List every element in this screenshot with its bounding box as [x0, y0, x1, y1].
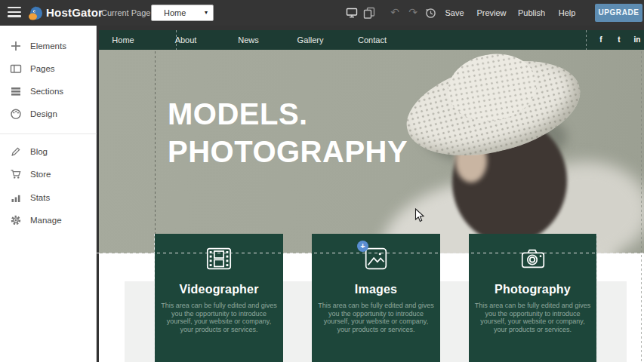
twitter-icon[interactable]: t	[618, 30, 620, 50]
hero-title-line1: MODELS.	[168, 95, 408, 133]
site-nav-news[interactable]: News	[238, 30, 259, 50]
save-button[interactable]: Save	[445, 0, 464, 26]
page-dropdown[interactable]: Home ▾	[151, 5, 214, 21]
sidebar-item-pages[interactable]: Pages	[0, 60, 97, 78]
sidebar-item-manage[interactable]: Manage	[0, 211, 97, 229]
sidebar-item-stats[interactable]: Stats	[0, 189, 97, 207]
sidebar-item-elements[interactable]: Elements	[0, 37, 97, 55]
copy-pages-icon[interactable]	[363, 7, 375, 19]
hostgator-logo-icon	[26, 4, 45, 22]
sidebar-divider	[0, 133, 97, 134]
bar-chart-icon	[10, 192, 22, 204]
sidebar-item-sections[interactable]: Sections	[0, 82, 97, 100]
card-images[interactable]: + Images This area can be fully edited a…	[312, 234, 440, 362]
current-page-label: Current Page:	[101, 0, 153, 26]
history-icon[interactable]	[424, 7, 436, 19]
card-title: Videographer	[155, 283, 283, 296]
facebook-icon[interactable]: f	[599, 30, 602, 50]
linkedin-icon[interactable]: in	[634, 30, 641, 50]
site-nav-about[interactable]: About	[175, 30, 197, 50]
cart-icon	[10, 168, 22, 180]
image-plus-icon: +	[362, 244, 390, 273]
publish-button[interactable]: Publish	[518, 0, 545, 26]
site-nav-gallery[interactable]: Gallery	[297, 30, 324, 50]
plus-icon	[10, 40, 22, 52]
card-description: This area can be fully edited and gives …	[317, 302, 435, 333]
upgrade-button[interactable]: UPGRADE	[595, 4, 642, 22]
page-dropdown-value: Home	[164, 5, 186, 20]
card-description: This area can be fully edited and gives …	[160, 302, 278, 333]
site-nav-home[interactable]: Home	[112, 30, 134, 50]
sidebar-item-store[interactable]: Store	[0, 165, 97, 183]
builder-sidebar: Elements Pages Sections Design Blo	[0, 26, 97, 362]
gear-icon	[10, 214, 22, 226]
sidebar-item-design[interactable]: Design	[0, 105, 97, 123]
hero-title[interactable]: MODELS. PHOTOGRAPHY	[168, 95, 408, 170]
desktop-preview-icon[interactable]	[346, 7, 358, 19]
top-toolbar: HostGator Current Page: Home ▾ ↶ ↷	[0, 0, 644, 26]
site-nav-contact[interactable]: Contact	[358, 30, 387, 50]
hostgator-site-builder: HostGator Current Page: Home ▾ ↶ ↷	[0, 0, 644, 362]
logo-wordmark: HostGator	[46, 0, 103, 26]
hero-section: MODELS. PHOTOGRAPHY	[99, 50, 644, 253]
preview-button[interactable]: Preview	[476, 0, 506, 26]
film-strip-icon	[205, 244, 233, 273]
sidebar-item-blog[interactable]: Blog	[0, 143, 97, 161]
sections-icon	[10, 85, 22, 97]
hero-title-line2: PHOTOGRAPHY	[168, 133, 408, 170]
hamburger-menu-icon[interactable]	[8, 7, 21, 18]
card-videographer[interactable]: Videographer This area can be fully edit…	[155, 234, 283, 362]
camera-icon	[519, 244, 547, 273]
undo-icon[interactable]: ↶	[390, 0, 399, 26]
card-photography[interactable]: Photography This area can be fully edite…	[469, 234, 596, 362]
card-title: Photography	[469, 283, 596, 296]
pencil-icon	[10, 146, 22, 158]
pages-icon	[10, 63, 22, 75]
card-description: This area can be fully edited and gives …	[474, 302, 592, 333]
redo-icon[interactable]: ↷	[408, 0, 418, 26]
chevron-down-icon: ▾	[205, 5, 208, 20]
site-navbar: Home About News Gallery Contact f t in	[99, 30, 644, 50]
help-button[interactable]: Help	[559, 0, 576, 26]
add-image-badge: +	[357, 241, 368, 252]
card-title: Images	[312, 283, 440, 296]
palette-icon	[10, 108, 22, 120]
